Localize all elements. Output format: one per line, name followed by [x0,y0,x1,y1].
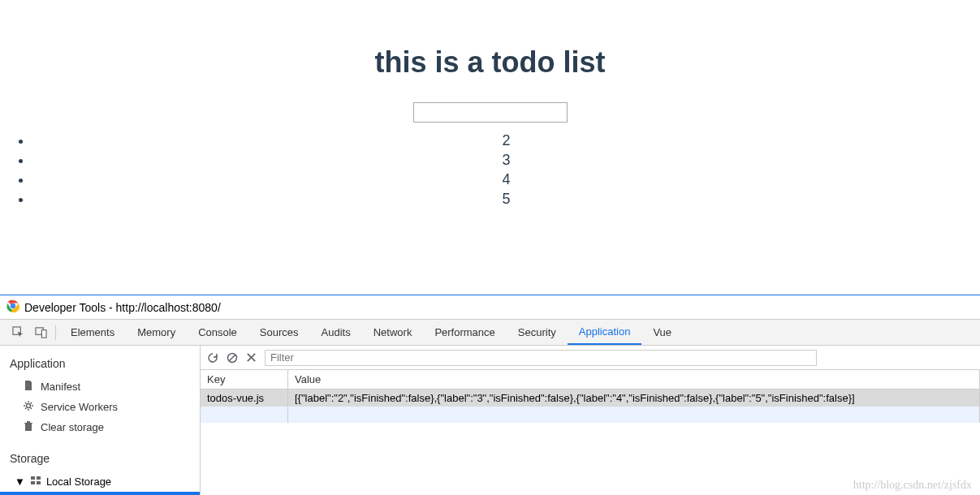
inspect-icon[interactable] [6,320,29,345]
devtools-main: Key Value todos-vue.js [{"label":"2","is… [201,346,980,495]
devtools-body: Application Manifest Service Workers Cle… [0,346,980,495]
table-row[interactable] [201,407,980,423]
webpage-area: this is a todo list 2 3 4 5 [0,45,980,295]
svg-line-15 [229,355,235,361]
gear-icon [23,400,34,414]
sidebar-item-label: Manifest [41,381,80,393]
manifest-icon [23,380,34,394]
tab-memory[interactable]: Memory [126,320,187,345]
devtools-panel: Developer Tools - http://localhost:8080/… [0,295,980,495]
sidebar-group-storage: Storage [0,449,200,471]
trash-icon [23,420,34,434]
sidebar-item-label: Clear storage [41,421,104,433]
tab-security[interactable]: Security [507,320,568,345]
storage-table: Key Value todos-vue.js [{"label":"2","is… [201,370,980,495]
table-cell-value [288,407,980,423]
storage-icon [30,475,41,489]
tab-console[interactable]: Console [187,320,248,345]
todo-input[interactable] [413,102,568,123]
page-title: this is a todo list [0,45,980,80]
tab-audits[interactable]: Audits [310,320,362,345]
svg-point-1 [11,303,15,308]
table-row[interactable]: todos-vue.js [{"label":"2","isFinished":… [201,390,980,407]
sidebar-item-label: Service Workers [41,401,118,413]
sidebar-group-application: Application [0,354,200,377]
devtools-tabs: Elements Memory Console Sources Audits N… [0,320,980,346]
filter-input[interactable] [265,350,817,366]
close-icon[interactable] [246,352,257,363]
device-toggle-icon[interactable] [29,320,52,345]
sidebar-item-manifest[interactable]: Manifest [0,377,200,397]
refresh-icon[interactable] [207,352,218,364]
svg-rect-6 [31,476,35,480]
svg-rect-9 [37,481,41,484]
table-header-value[interactable]: Value [288,370,980,389]
table-cell-key [201,407,288,423]
list-item: 5 [32,189,980,209]
svg-rect-7 [37,476,41,480]
svg-rect-4 [41,330,46,338]
chrome-icon [6,299,19,315]
table-header-key[interactable]: Key [201,370,288,389]
svg-rect-8 [31,481,35,484]
tab-application[interactable]: Application [568,320,642,345]
todo-list: 2 3 4 5 [0,131,980,209]
block-icon[interactable] [227,352,238,364]
tab-network[interactable]: Network [362,320,424,345]
tab-sources[interactable]: Sources [248,320,310,345]
sidebar-item-localhost[interactable]: http://localhost:8080 [0,492,200,495]
list-item: 3 [32,150,980,170]
devtools-titlebar: Developer Tools - http://localhost:8080/ [0,295,980,320]
devtools-window-title: Developer Tools - http://localhost:8080/ [24,301,221,314]
tab-vue[interactable]: Vue [641,320,683,345]
table-cell-key: todos-vue.js [201,390,288,407]
svg-point-5 [27,404,31,408]
devtools-sidebar[interactable]: Application Manifest Service Workers Cle… [0,346,201,495]
sidebar-item-service-workers[interactable]: Service Workers [0,397,200,417]
tab-elements[interactable]: Elements [59,320,126,345]
sidebar-item-local-storage[interactable]: ▼ Local Storage [0,471,200,492]
table-header: Key Value [201,370,980,390]
divider [55,325,56,340]
table-cell-value: [{"label":"2","isFinished":false},{"labe… [288,390,980,407]
tab-performance[interactable]: Performance [423,320,506,345]
storage-toolbar [201,346,980,370]
sidebar-item-label: Local Storage [46,476,111,488]
list-item: 4 [32,170,980,189]
chevron-down-icon: ▼ [15,476,25,488]
list-item: 2 [32,131,980,150]
sidebar-item-clear-storage[interactable]: Clear storage [0,417,200,437]
